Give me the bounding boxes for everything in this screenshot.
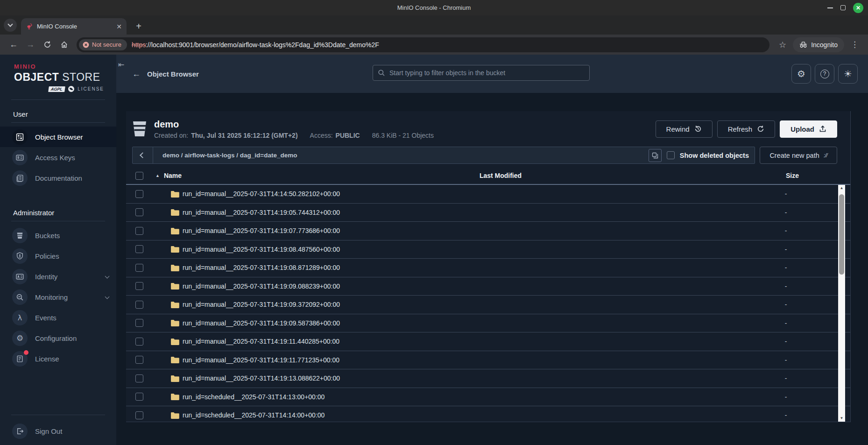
sidebar-item-monitoring[interactable]: Monitoring bbox=[0, 287, 116, 307]
url-bar[interactable]: Not secure https://localhost:9001/browse… bbox=[77, 37, 769, 52]
row-checkbox[interactable] bbox=[135, 227, 143, 235]
column-name[interactable]: Name bbox=[164, 172, 182, 179]
filter-objects-input[interactable]: Start typing to filter objects in the bu… bbox=[373, 65, 590, 81]
scroll-down-icon[interactable]: ▼ bbox=[838, 415, 845, 422]
row-checkbox[interactable] bbox=[135, 282, 143, 290]
row-checkbox[interactable] bbox=[135, 393, 143, 401]
page-title: Object Browser bbox=[147, 70, 199, 78]
show-deleted-checkbox[interactable] bbox=[667, 151, 675, 159]
minimize-icon[interactable] bbox=[827, 7, 833, 8]
agpl-badge: AGPL bbox=[48, 86, 65, 92]
path-bar: demo / airflow-task-logs / dag_id=date_d… bbox=[132, 147, 755, 164]
bucket-browser-card: demo Created on: Thu, Jul 31 2025 16:12:… bbox=[126, 111, 851, 422]
browser-toolbar: ← → Not secure https://localhost:9001/br… bbox=[0, 35, 868, 55]
sidebar-item-configuration[interactable]: ⚙ Configuration bbox=[0, 328, 116, 348]
object-name[interactable]: run_id=manual__2025-07-31T14:19:08.87128… bbox=[183, 264, 340, 271]
help-button[interactable]: ? bbox=[815, 64, 834, 84]
create-new-path-button[interactable]: Create new path :// bbox=[760, 147, 837, 164]
column-size[interactable]: Size bbox=[786, 172, 799, 179]
table-row[interactable]: run_id=manual__2025-07-31T14:19:13.08862… bbox=[126, 369, 850, 388]
folder-icon bbox=[170, 375, 179, 382]
rewind-button[interactable]: Rewind bbox=[656, 120, 713, 138]
tab-close-icon[interactable]: ✕ bbox=[116, 23, 122, 30]
row-checkbox[interactable] bbox=[135, 301, 143, 309]
table-row[interactable]: run_id=manual__2025-07-31T14:14:50.28210… bbox=[126, 185, 850, 204]
copy-path-button[interactable] bbox=[649, 149, 662, 162]
help-icon: ? bbox=[820, 70, 829, 78]
new-tab-button[interactable]: + bbox=[133, 20, 145, 32]
table-row[interactable]: run_id=manual__2025-07-31T14:19:08.87128… bbox=[126, 259, 850, 277]
table-scrollbar[interactable]: ▲ ▼ bbox=[838, 185, 845, 422]
table-row[interactable]: run_id=scheduled__2025-07-31T14:14:00+00… bbox=[126, 406, 850, 422]
scrollbar-thumb[interactable] bbox=[839, 194, 844, 275]
row-checkbox[interactable] bbox=[135, 319, 143, 327]
row-checkbox[interactable] bbox=[135, 411, 143, 419]
breadcrumb[interactable]: demo / airflow-task-logs / dag_id=date_d… bbox=[162, 152, 297, 159]
row-checkbox[interactable] bbox=[135, 374, 143, 382]
table-row[interactable]: run_id=manual__2025-07-31T14:19:11.44028… bbox=[126, 332, 850, 351]
scroll-up-icon[interactable]: ▲ bbox=[838, 185, 845, 191]
upload-button[interactable]: Upload bbox=[780, 120, 837, 138]
product-name: OBJECT STORE bbox=[14, 71, 104, 84]
back-icon[interactable]: ← bbox=[7, 38, 21, 52]
row-checkbox[interactable] bbox=[135, 356, 143, 364]
table-row[interactable]: run_id=scheduled__2025-07-31T14:13:00+00… bbox=[126, 388, 850, 407]
bookmark-star-icon[interactable]: ☆ bbox=[779, 40, 786, 50]
table-row[interactable]: run_id=manual__2025-07-31T14:19:08.48756… bbox=[126, 240, 850, 259]
reload-icon[interactable] bbox=[40, 38, 54, 52]
home-icon[interactable] bbox=[57, 38, 71, 52]
sidebar-item-identity[interactable]: Identity bbox=[0, 266, 116, 287]
sidebar-item-policies[interactable]: Policies bbox=[0, 246, 116, 266]
table-row[interactable]: run_id=manual__2025-07-31T14:19:05.74431… bbox=[126, 204, 850, 222]
refresh-button[interactable]: Refresh bbox=[717, 120, 776, 138]
sort-ascending-icon[interactable]: ▲ bbox=[155, 173, 160, 178]
object-name[interactable]: run_id=manual__2025-07-31T14:19:09.08823… bbox=[183, 283, 340, 290]
signout-button[interactable]: Sign Out bbox=[0, 421, 116, 441]
object-name[interactable]: run_id=scheduled__2025-07-31T14:14:00+00… bbox=[183, 411, 325, 419]
object-name[interactable]: run_id=scheduled__2025-07-31T14:13:00+00… bbox=[183, 393, 325, 401]
column-last-modified[interactable]: Last Modified bbox=[470, 172, 531, 179]
table-row[interactable]: run_id=manual__2025-07-31T14:19:09.37209… bbox=[126, 296, 850, 314]
sidebar-item-events[interactable]: λ Events bbox=[0, 307, 116, 328]
object-name[interactable]: run_id=manual__2025-07-31T14:19:07.77368… bbox=[183, 227, 340, 234]
object-name[interactable]: run_id=manual__2025-07-31T14:19:08.48756… bbox=[183, 246, 340, 253]
select-all-checkbox[interactable] bbox=[135, 172, 143, 180]
table-row[interactable]: run_id=manual__2025-07-31T14:19:09.58738… bbox=[126, 314, 850, 333]
table-row[interactable]: run_id=manual__2025-07-31T14:19:11.77123… bbox=[126, 351, 850, 370]
maximize-icon[interactable] bbox=[840, 5, 846, 10]
object-name[interactable]: run_id=manual__2025-07-31T14:19:09.37209… bbox=[183, 301, 340, 308]
object-name[interactable]: run_id=manual__2025-07-31T14:19:13.08862… bbox=[183, 374, 340, 382]
object-name[interactable]: run_id=manual__2025-07-31T14:19:09.58738… bbox=[183, 319, 340, 327]
sidebar-item-license[interactable]: License bbox=[0, 348, 116, 369]
browser-menu-icon[interactable]: ⋮ bbox=[851, 40, 859, 49]
access-value: PUBLIC bbox=[336, 132, 360, 139]
object-name[interactable]: run_id=manual__2025-07-31T14:14:50.28210… bbox=[183, 190, 340, 198]
sidebar-item-buckets[interactable]: Buckets bbox=[0, 225, 116, 246]
object-name[interactable]: run_id=manual__2025-07-31T14:19:11.77123… bbox=[183, 356, 339, 364]
tab-search-button[interactable] bbox=[4, 19, 17, 32]
sidebar-item-documentation[interactable]: Documentation bbox=[0, 168, 116, 188]
table-row[interactable]: run_id=manual__2025-07-31T14:19:09.08823… bbox=[126, 277, 850, 296]
row-checkbox[interactable] bbox=[135, 190, 143, 198]
object-size: - bbox=[780, 209, 791, 216]
object-name[interactable]: run_id=manual__2025-07-31T14:19:11.44028… bbox=[183, 338, 339, 345]
back-arrow-icon[interactable]: ← bbox=[132, 69, 141, 79]
table-row[interactable]: run_id=manual__2025-07-31T14:19:07.77368… bbox=[126, 222, 850, 240]
forward-icon[interactable]: → bbox=[23, 38, 37, 52]
settings-button[interactable]: ⚙ bbox=[791, 64, 811, 84]
object-name[interactable]: run_id=manual__2025-07-31T14:19:05.74431… bbox=[183, 209, 340, 216]
row-checkbox[interactable] bbox=[135, 208, 143, 216]
browser-tab[interactable]: MinIO Console ✕ bbox=[21, 18, 127, 35]
sidebar-item-object-browser[interactable]: Object Browser bbox=[0, 127, 116, 147]
close-icon[interactable]: ✕ bbox=[853, 3, 863, 13]
collapse-sidebar-icon[interactable]: ⇤ bbox=[118, 60, 124, 69]
row-checkbox[interactable] bbox=[135, 245, 143, 253]
url-text[interactable]: https://localhost:9001/browser/demo/airf… bbox=[132, 41, 379, 49]
not-secure-chip[interactable]: Not secure bbox=[79, 39, 127, 50]
section-divider bbox=[11, 221, 105, 221]
theme-toggle-button[interactable]: ☀ bbox=[838, 64, 858, 84]
sidebar-item-access-keys[interactable]: Access Keys bbox=[0, 147, 116, 168]
path-back-button[interactable] bbox=[133, 147, 153, 163]
row-checkbox[interactable] bbox=[135, 338, 143, 346]
row-checkbox[interactable] bbox=[135, 264, 143, 272]
